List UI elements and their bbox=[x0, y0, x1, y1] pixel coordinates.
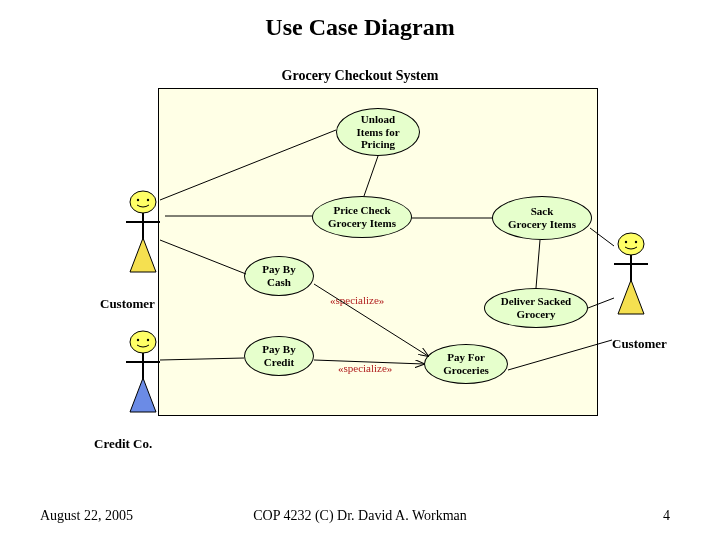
usecase-unload-label: Unload Items for Pricing bbox=[356, 113, 399, 151]
usecase-deliver-label: Deliver Sacked Grocery bbox=[501, 295, 571, 320]
svg-point-1 bbox=[137, 199, 139, 201]
usecase-price-check: Price Check Grocery Items bbox=[312, 196, 412, 238]
svg-point-0 bbox=[130, 191, 156, 213]
actor-customer-left bbox=[118, 190, 168, 284]
svg-point-14 bbox=[147, 339, 149, 341]
actor-customer-right-label: Customer bbox=[612, 336, 667, 352]
actor-credit-co bbox=[118, 330, 168, 424]
page-title: Use Case Diagram bbox=[0, 14, 720, 41]
svg-point-7 bbox=[625, 241, 627, 243]
stick-figure-icon bbox=[118, 190, 168, 280]
svg-marker-17 bbox=[130, 378, 156, 412]
svg-point-13 bbox=[137, 339, 139, 341]
stereotype-specialize-2: «specialize» bbox=[338, 362, 392, 374]
usecase-deliver: Deliver Sacked Grocery bbox=[484, 288, 588, 328]
stick-figure-icon bbox=[606, 232, 656, 322]
svg-point-2 bbox=[147, 199, 149, 201]
usecase-sack-label: Sack Grocery Items bbox=[508, 205, 576, 230]
svg-point-12 bbox=[130, 331, 156, 353]
actor-customer-left-label: Customer bbox=[100, 296, 155, 312]
usecase-unload: Unload Items for Pricing bbox=[336, 108, 420, 156]
usecase-pay-for-label: Pay For Groceries bbox=[443, 351, 489, 376]
usecase-sack: Sack Grocery Items bbox=[492, 196, 592, 240]
usecase-pay-cash: Pay By Cash bbox=[244, 256, 314, 296]
actor-customer-right bbox=[606, 232, 656, 326]
footer-center: COP 4232 (C) Dr. David A. Workman bbox=[0, 508, 720, 524]
svg-marker-5 bbox=[130, 238, 156, 272]
footer-page-number: 4 bbox=[663, 508, 670, 524]
svg-point-8 bbox=[635, 241, 637, 243]
usecase-pay-credit: Pay By Credit bbox=[244, 336, 314, 376]
usecase-pay-cash-label: Pay By Cash bbox=[262, 263, 295, 288]
usecase-pay-for: Pay For Groceries bbox=[424, 344, 508, 384]
svg-marker-11 bbox=[618, 280, 644, 314]
usecase-price-check-label: Price Check Grocery Items bbox=[328, 204, 396, 229]
stereotype-specialize-1: «specialize» bbox=[330, 294, 384, 306]
actor-credit-co-label: Credit Co. bbox=[94, 436, 152, 452]
svg-point-6 bbox=[618, 233, 644, 255]
stick-figure-icon bbox=[118, 330, 168, 420]
system-name-label: Grocery Checkout System bbox=[0, 68, 720, 84]
usecase-pay-credit-label: Pay By Credit bbox=[262, 343, 295, 368]
